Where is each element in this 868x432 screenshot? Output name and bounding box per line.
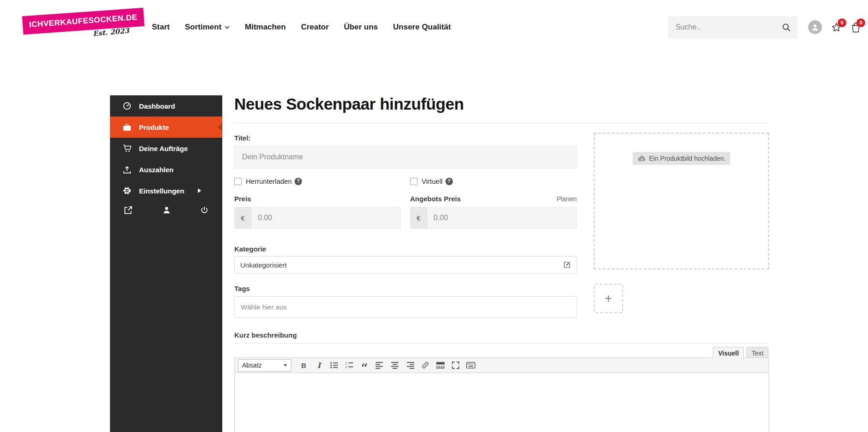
search-box [668, 16, 797, 39]
visit-shop-button[interactable] [124, 206, 133, 215]
add-gallery-image-button[interactable]: + [594, 284, 623, 313]
search-input[interactable] [668, 23, 782, 31]
currency-prefix: € [235, 207, 251, 228]
more-tag-icon [436, 362, 445, 368]
power-icon [200, 206, 208, 214]
download-checkbox-label: Herrunterladen [246, 177, 292, 185]
edit-icon[interactable] [563, 261, 571, 269]
blockquote-icon: “ [361, 366, 368, 370]
upload-icon [122, 166, 132, 174]
keyboard-button[interactable] [464, 359, 478, 371]
bullet-list-icon [330, 362, 338, 369]
dashboard-icon [122, 102, 132, 110]
editor-toolbar: Absatz B I 1.2. “ [234, 357, 769, 373]
wishlist-button[interactable]: 0 [831, 22, 842, 33]
currency-prefix: € [411, 207, 427, 228]
virtual-checkbox[interactable] [410, 178, 417, 185]
cart-button[interactable]: 0 [851, 22, 861, 33]
sidebar-item-auszahlen[interactable]: Auszahlen [110, 159, 222, 180]
fullscreen-button[interactable] [449, 359, 463, 371]
active-item-arrow [218, 123, 222, 131]
nav-label: Start [152, 23, 170, 32]
nav-item-sortiment[interactable]: Sortiment [185, 23, 230, 32]
bullet-list-button[interactable] [327, 359, 341, 371]
logout-button[interactable] [200, 206, 208, 215]
fullscreen-icon [452, 362, 459, 369]
sidebar-item-deine-auftraege[interactable]: Deine Aufträge [110, 138, 222, 159]
cloud-upload-icon [637, 155, 646, 162]
nav-item-start[interactable]: Start [152, 23, 170, 32]
category-value: Unkategorisiert [240, 261, 287, 269]
top-header: ICHVERKAUFESOCKEN.DE Est. 2023 Start Sor… [0, 0, 868, 54]
more-tag-button[interactable] [434, 359, 447, 371]
sidebar-item-label: Deine Aufträge [139, 145, 188, 152]
admin-sidebar: Dashboard Produkte Deine Aufträge Auszah… [110, 95, 222, 432]
nav-item-unsere-qualitaet[interactable]: Unsere Qualität [393, 23, 451, 32]
category-label: Kategorie [234, 245, 266, 253]
page-title: Neues Sockenpaar hinzufügen [234, 95, 464, 113]
italic-button[interactable]: I [312, 359, 326, 371]
bold-button[interactable]: B [297, 359, 311, 371]
main-nav: Start Sortiment Mitmachen Creator Über u… [152, 0, 451, 54]
chevron-down-icon [284, 364, 287, 367]
sale-price-input-group: € [410, 207, 577, 229]
nav-label: Unsere Qualität [393, 23, 451, 32]
keyboard-icon [466, 362, 475, 368]
product-image-dropzone[interactable]: Ein Produktbild hochladen. [594, 133, 769, 269]
product-title-input[interactable] [234, 146, 577, 169]
sidebar-item-dashboard[interactable]: Dashboard [110, 95, 222, 117]
sidebar-item-label: Produkte [139, 123, 169, 131]
align-center-button[interactable] [388, 359, 402, 371]
paragraph-select[interactable]: Absatz [238, 359, 291, 372]
sidebar-footer [110, 206, 222, 215]
link-icon [421, 361, 429, 369]
profile-button[interactable] [162, 206, 171, 215]
numbered-list-button[interactable]: 1.2. [342, 359, 356, 371]
wishlist-count-badge: 0 [838, 18, 846, 27]
account-avatar[interactable] [808, 20, 822, 34]
link-button[interactable] [418, 359, 432, 371]
search-icon [782, 23, 791, 32]
help-icon[interactable]: ? [295, 178, 302, 185]
editor-content-area[interactable] [234, 373, 769, 432]
upload-label: Ein Produktbild hochladen. [632, 152, 730, 165]
schedule-sale-link[interactable]: Planen [556, 195, 577, 203]
sidebar-item-produkte[interactable]: Produkte [110, 117, 222, 138]
align-right-button[interactable] [403, 359, 417, 371]
upload-label-text: Ein Produktbild hochladen. [649, 155, 726, 162]
category-select[interactable]: Unkategorisiert [234, 256, 577, 274]
sale-price-label-row: Angebots Preis Planen [410, 195, 577, 203]
blockquote-button[interactable]: “ [358, 359, 371, 371]
paragraph-select-value: Absatz [242, 362, 262, 369]
price-input[interactable] [251, 207, 400, 228]
submenu-caret-icon [198, 188, 201, 193]
align-left-icon [376, 362, 384, 369]
bold-icon: B [301, 362, 307, 369]
site-logo[interactable]: ICHVERKAUFESOCKEN.DE Est. 2023 [23, 12, 134, 39]
sale-price-label: Angebots Preis [410, 195, 461, 203]
short-description-label: Kurz beschreibung [234, 331, 297, 339]
nav-item-mitmachen[interactable]: Mitmachen [245, 23, 286, 32]
nav-label: Sortiment [185, 23, 221, 32]
sale-price-input[interactable] [427, 207, 576, 228]
tags-input[interactable] [234, 296, 577, 318]
nav-label: Creator [301, 23, 329, 32]
tab-visual[interactable]: Visuell [713, 347, 744, 359]
cart-icon [122, 144, 132, 152]
search-button[interactable] [782, 23, 797, 32]
nav-item-ueber-uns[interactable]: Über uns [344, 23, 378, 32]
download-checkbox-row: Herrunterladen ? [234, 177, 302, 185]
sidebar-item-label: Einstellungen [139, 187, 184, 195]
price-label: Preis [234, 195, 251, 203]
nav-label: Mitmachen [245, 23, 286, 32]
gear-icon [122, 187, 132, 195]
download-checkbox[interactable] [234, 178, 242, 185]
align-center-icon [391, 362, 399, 369]
align-left-button[interactable] [373, 359, 387, 371]
nav-item-creator[interactable]: Creator [301, 23, 329, 32]
title-label: Titel: [234, 134, 251, 142]
virtual-checkbox-label: Virtuell [422, 177, 443, 185]
cart-count-badge: 0 [856, 18, 865, 27]
help-icon[interactable]: ? [446, 178, 453, 185]
sidebar-item-einstellungen[interactable]: Einstellungen [110, 180, 222, 201]
